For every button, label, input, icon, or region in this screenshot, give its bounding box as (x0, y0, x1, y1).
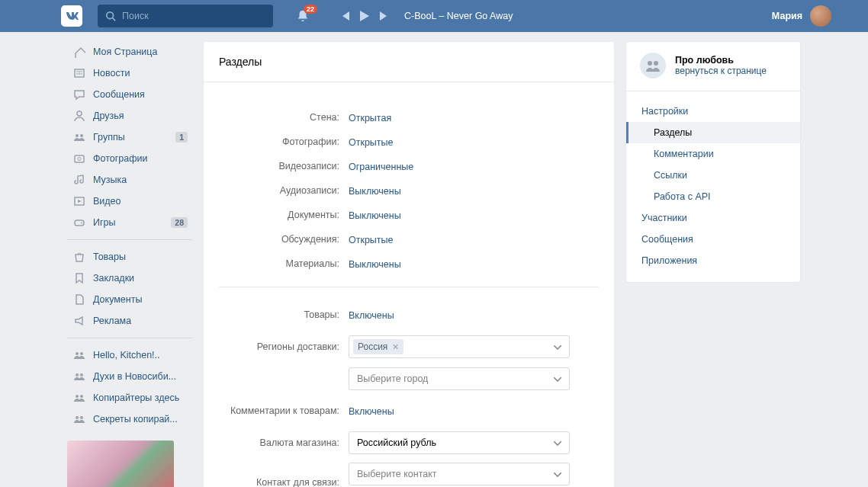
nav-item-market[interactable]: Товары (67, 246, 192, 268)
nav-item-group[interactable]: Hello, Kitchen!.. (67, 344, 192, 366)
menu-messages[interactable]: Сообщения (626, 229, 800, 250)
main-panel: Разделы Стена: Открытая Фотографии: Откр… (203, 41, 615, 487)
search-box[interactable] (98, 5, 273, 27)
friends-icon (72, 110, 87, 122)
msg-icon (72, 88, 87, 101)
ads-icon (72, 315, 87, 327)
nav-label: Моя Страница (93, 46, 188, 57)
groups-icon (72, 413, 87, 425)
nav-item-video[interactable]: Видео (67, 191, 192, 212)
menu-members[interactable]: Участники (626, 207, 800, 229)
svg-rect-12 (75, 220, 84, 226)
contact-label: Контакт для связи: (219, 477, 349, 487)
svg-point-1 (107, 12, 114, 19)
right-menu: Настройки Разделы Комментарии Ссылки Раб… (626, 98, 800, 274)
svg-point-23 (654, 61, 658, 66)
notifications-button[interactable]: 22 (296, 9, 310, 23)
nav-label: Друзья (93, 111, 188, 121)
contact-select[interactable]: Выберите контакт (349, 463, 570, 485)
user-menu[interactable]: Мария (772, 5, 831, 27)
svg-point-17 (80, 373, 83, 376)
nav-label: Hello, Kitchen!.. (93, 350, 188, 360)
row-value[interactable]: Открытые (349, 235, 394, 245)
nav-item-games[interactable]: Игры28 (67, 212, 192, 233)
groups-icon (72, 370, 87, 383)
group-avatar-icon (640, 53, 666, 78)
region-token[interactable]: Россия ✕ (353, 339, 403, 354)
search-icon (105, 11, 116, 21)
menu-api[interactable]: Работа с API (626, 186, 800, 207)
row-value[interactable]: Ограниченные (349, 162, 413, 172)
nav-item-doc[interactable]: Документы (67, 289, 192, 310)
nav-label: Реклама (93, 316, 188, 326)
row-label: Фотографии: (219, 136, 349, 147)
contact-placeholder: Выберите контакт (357, 469, 437, 479)
goods-value[interactable]: Включены (349, 310, 394, 321)
prev-track-icon[interactable] (340, 11, 349, 21)
row-value[interactable]: Выключены (349, 259, 401, 270)
nav-item-bookmark[interactable]: Закладки (67, 268, 192, 289)
svg-point-22 (648, 61, 652, 66)
groups-icon (72, 131, 87, 143)
nav-item-ads[interactable]: Реклама (67, 310, 192, 332)
menu-apps[interactable]: Приложения (626, 250, 800, 271)
row-label: Обсуждения: (219, 234, 349, 245)
nav-item-news[interactable]: Новости (67, 62, 192, 84)
nav-separator (67, 239, 192, 240)
play-icon[interactable] (360, 11, 369, 21)
row-value[interactable]: Открытая (349, 113, 391, 123)
svg-point-7 (76, 134, 79, 137)
city-select[interactable]: Выберите город (349, 367, 570, 390)
chevron-down-icon (554, 373, 561, 384)
doc-icon (72, 293, 87, 306)
nav-item-groups[interactable]: Группы1 (67, 127, 192, 148)
remove-token-icon[interactable]: ✕ (392, 342, 399, 352)
svg-line-2 (113, 18, 116, 21)
nav-label: Духи в Новосиби... (93, 371, 188, 382)
row-label: Материалы: (219, 258, 349, 269)
form-separator (219, 287, 599, 287)
row-value[interactable]: Выключены (349, 210, 401, 221)
username: Мария (772, 11, 802, 21)
nav-item-photo[interactable]: Фотографии (67, 148, 192, 169)
nav-label: Документы (93, 294, 188, 305)
games-icon (72, 216, 87, 229)
svg-point-14 (76, 352, 79, 355)
nav-item-group[interactable]: Копирайтеры здесь (67, 387, 192, 409)
nav-badge: 28 (171, 217, 188, 228)
ad-thumbnail[interactable] (67, 441, 174, 487)
nav-item-msg[interactable]: Сообщения (67, 84, 192, 105)
audio-player: C-BooL – Never Go Away (340, 11, 513, 21)
search-input[interactable] (122, 11, 265, 21)
return-to-page-link[interactable]: вернуться к странице (675, 66, 767, 76)
nav-label: Группы (93, 132, 175, 143)
video-icon (72, 195, 87, 207)
nav-label: Видео (93, 196, 188, 207)
menu-settings[interactable]: Настройки (626, 101, 800, 122)
svg-point-10 (78, 158, 81, 161)
menu-comments[interactable]: Комментарии (626, 143, 800, 165)
row-value[interactable]: Выключены (349, 186, 401, 197)
nav-label: Музыка (93, 175, 188, 185)
nav-label: Фотографии (93, 153, 188, 164)
comments-value[interactable]: Включены (349, 406, 394, 417)
currency-value: Российский рубль (357, 437, 436, 448)
vk-logo-icon[interactable] (61, 5, 82, 27)
nav-separator (67, 338, 192, 338)
row-value[interactable]: Открытые (349, 137, 394, 148)
nav-item-music[interactable]: Музыка (67, 169, 192, 191)
current-track[interactable]: C-BooL – Never Go Away (404, 11, 513, 21)
menu-links[interactable]: Ссылки (626, 165, 800, 186)
currency-select[interactable]: Российский рубль (349, 431, 570, 454)
nav-item-group[interactable]: Духи в Новосиби... (67, 366, 192, 387)
news-icon (72, 67, 87, 79)
next-track-icon[interactable] (380, 11, 389, 21)
nav-label: Сообщения (93, 89, 188, 100)
nav-item-friends[interactable]: Друзья (67, 105, 192, 127)
nav-item-home[interactable]: Моя Страница (67, 41, 192, 62)
notif-badge: 22 (304, 5, 317, 14)
row-label: Аудиозаписи: (219, 185, 349, 196)
nav-item-group[interactable]: Секреты копирай... (67, 409, 192, 430)
menu-sections[interactable]: Разделы (626, 122, 800, 143)
regions-select[interactable]: Россия ✕ (349, 335, 570, 358)
